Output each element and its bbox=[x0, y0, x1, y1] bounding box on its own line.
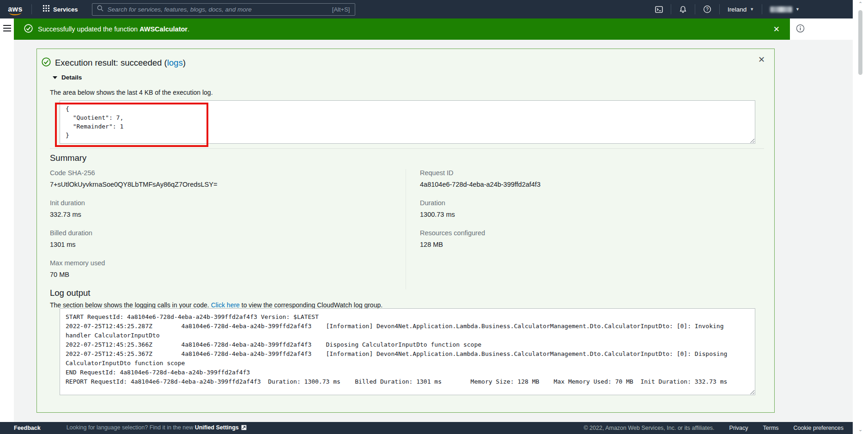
scrollbar-up-arrow-icon[interactable]: ⌃ bbox=[853, 1, 868, 7]
privacy-link[interactable]: Privacy bbox=[729, 425, 748, 431]
section-divider bbox=[50, 148, 764, 149]
copyright-text: © 2022, Amazon Web Services, Inc. or its… bbox=[583, 425, 714, 431]
help-panel-gutter bbox=[790, 18, 853, 40]
log-line: 2022-07-25T12:45:25.287Z 4a8104e6-728d-4… bbox=[66, 322, 749, 340]
field-label: Duration bbox=[420, 199, 764, 207]
nav-divider bbox=[31, 4, 32, 14]
triangle-down-icon bbox=[53, 76, 57, 79]
account-name-redacted bbox=[770, 6, 792, 12]
field-value: 4a8104e6-728d-4eba-a24b-399ffd2af4f3 bbox=[420, 181, 764, 189]
aws-smile-icon bbox=[9, 12, 21, 15]
services-grid-icon bbox=[43, 5, 49, 13]
scrollbar-down-arrow-icon[interactable]: ⌄ bbox=[853, 427, 868, 433]
log-line: START RequestId: 4a8104e6-728d-4eba-a24b… bbox=[66, 312, 749, 322]
summary-field-init-duration: Init duration 332.73 ms bbox=[50, 199, 406, 219]
log-output-heading: Log output bbox=[50, 288, 90, 298]
region-label: Ireland bbox=[728, 6, 747, 13]
summary-field-request-id: Request ID 4a8104e6-728d-4eba-a24b-399ff… bbox=[420, 169, 764, 189]
footer-legal-links: © 2022, Amazon Web Services, Inc. or its… bbox=[583, 425, 844, 431]
search-keyboard-shortcut: [Alt+S] bbox=[332, 6, 350, 13]
cloudwatch-link[interactable]: Click here bbox=[211, 301, 240, 309]
function-name: AWSCalculator bbox=[140, 25, 188, 33]
execution-result-title: Execution result: succeeded (logs) bbox=[55, 58, 186, 68]
field-label: Billed duration bbox=[50, 229, 406, 237]
chevron-down-icon: ▼ bbox=[795, 7, 800, 12]
global-search-input[interactable]: Search for services, features, blogs, do… bbox=[92, 3, 355, 16]
log-output-intro: The section below shows the logging call… bbox=[50, 301, 382, 309]
nav-right-cluster: ? Ireland ▼ ▼ bbox=[648, 0, 807, 18]
flashbar-close-icon[interactable]: ✕ bbox=[773, 25, 780, 33]
succeeded-check-icon bbox=[42, 57, 51, 68]
console-footer: Feedback Looking for language selection?… bbox=[0, 422, 853, 434]
resize-handle-icon[interactable] bbox=[749, 138, 754, 143]
field-label: Init duration bbox=[50, 199, 406, 207]
services-menu-button[interactable]: Services bbox=[38, 0, 83, 18]
log-line: END RequestId: 4a8104e6-728d-4eba-a24b-3… bbox=[66, 368, 749, 377]
nav-divider bbox=[695, 4, 695, 14]
panel-close-icon[interactable]: ✕ bbox=[758, 55, 765, 64]
field-label: Code SHA-256 bbox=[50, 169, 406, 177]
success-check-icon bbox=[24, 24, 33, 34]
execution-log-textarea[interactable]: { "Quotient": 7, "Remainder": 1 } bbox=[60, 100, 755, 144]
language-selection-note: Looking for language selection? Find it … bbox=[67, 424, 247, 432]
search-placeholder: Search for services, features, blogs, do… bbox=[108, 6, 332, 13]
feedback-button[interactable]: Feedback bbox=[14, 425, 41, 431]
notifications-bell-button[interactable] bbox=[672, 0, 694, 18]
summary-right-column: Request ID 4a8104e6-728d-4eba-a24b-399ff… bbox=[406, 169, 764, 289]
top-navigation-bar: aws Services Search for services, featur… bbox=[0, 0, 853, 18]
main-content: Execution result: succeeded (logs) ✕ Det… bbox=[14, 40, 853, 422]
log-output-textarea[interactable]: START RequestId: 4a8104e6-728d-4eba-a24b… bbox=[60, 308, 755, 395]
summary-field-code-sha256: Code SHA-256 7+sUtlOkUyvkrnaSoe0QY8LbTMF… bbox=[50, 169, 406, 189]
details-expander[interactable]: Details bbox=[53, 74, 82, 81]
cloudshell-button[interactable] bbox=[648, 0, 670, 18]
summary-field-duration: Duration 1300.73 ms bbox=[420, 199, 764, 219]
scrollbar-thumb[interactable] bbox=[858, 10, 862, 75]
hamburger-menu-icon[interactable] bbox=[3, 25, 11, 40]
execution-result-panel: Execution result: succeeded (logs) ✕ Det… bbox=[36, 49, 775, 413]
field-label: Resources configured bbox=[420, 229, 764, 237]
field-value: 1301 ms bbox=[50, 241, 406, 249]
summary-field-resources-configured: Resources configured 128 MB bbox=[420, 229, 764, 249]
nav-divider bbox=[762, 4, 762, 14]
field-value: 128 MB bbox=[420, 241, 764, 249]
flash-banner-row: Successfully updated the function AWSCal… bbox=[0, 18, 853, 40]
search-icon bbox=[97, 5, 103, 13]
execution-log-intro: The area below shows the last 4 KB of th… bbox=[50, 89, 213, 96]
log-line: REPORT RequestId: 4a8104e6-728d-4eba-a24… bbox=[66, 377, 749, 386]
vertical-scrollbar: ⌃ ⌄ bbox=[853, 0, 868, 434]
log-line: 2022-07-25T12:45:25.367Z 4a8104e6-728d-4… bbox=[66, 349, 749, 368]
field-value: 70 MB bbox=[50, 271, 406, 279]
terms-link[interactable]: Terms bbox=[763, 425, 779, 431]
details-label: Details bbox=[61, 74, 82, 81]
summary-field-billed-duration: Billed duration 1301 ms bbox=[50, 229, 406, 249]
nav-divider bbox=[671, 4, 671, 14]
resize-handle-icon[interactable] bbox=[749, 389, 754, 394]
cookie-preferences-link[interactable]: Cookie preferences bbox=[794, 425, 844, 431]
log-line: 2022-07-25T12:45:25.366Z 4a8104e6-728d-4… bbox=[66, 340, 749, 349]
field-value: 332.73 ms bbox=[50, 211, 406, 219]
external-link-icon bbox=[241, 425, 247, 432]
field-value: 7+sUtlOkUyvkrnaSoe0QY8LbTMFsAy86qZ7Oreds… bbox=[50, 181, 406, 189]
summary-heading: Summary bbox=[50, 153, 86, 163]
summary-grid: Code SHA-256 7+sUtlOkUyvkrnaSoe0QY8LbTMF… bbox=[50, 169, 764, 289]
aws-logo[interactable]: aws bbox=[7, 5, 23, 13]
svg-text:?: ? bbox=[706, 7, 709, 12]
chevron-down-icon: ▼ bbox=[750, 7, 754, 12]
logs-link[interactable]: logs bbox=[167, 58, 183, 67]
execution-log-json: { "Quotient": 7, "Remainder": 1 } bbox=[66, 105, 123, 139]
field-label: Request ID bbox=[420, 169, 764, 177]
flashbar-message: Successfully updated the function AWSCal… bbox=[38, 25, 189, 33]
field-value: 1300.73 ms bbox=[420, 211, 764, 219]
services-label: Services bbox=[53, 6, 78, 13]
unified-settings-link[interactable]: Unified Settings bbox=[195, 424, 239, 431]
region-selector[interactable]: Ireland ▼ bbox=[721, 0, 761, 18]
execution-result-header: Execution result: succeeded (logs) bbox=[42, 57, 186, 68]
account-menu[interactable]: ▼ bbox=[763, 0, 807, 18]
info-icon[interactable] bbox=[796, 24, 805, 35]
summary-left-column: Code SHA-256 7+sUtlOkUyvkrnaSoe0QY8LbTMF… bbox=[50, 169, 406, 289]
collapsed-sidenav-strip bbox=[0, 18, 14, 40]
summary-field-max-memory-used: Max memory used 70 MB bbox=[50, 259, 406, 279]
nav-divider bbox=[719, 4, 720, 14]
help-button[interactable]: ? bbox=[696, 0, 718, 18]
success-flashbar: Successfully updated the function AWSCal… bbox=[14, 18, 790, 40]
